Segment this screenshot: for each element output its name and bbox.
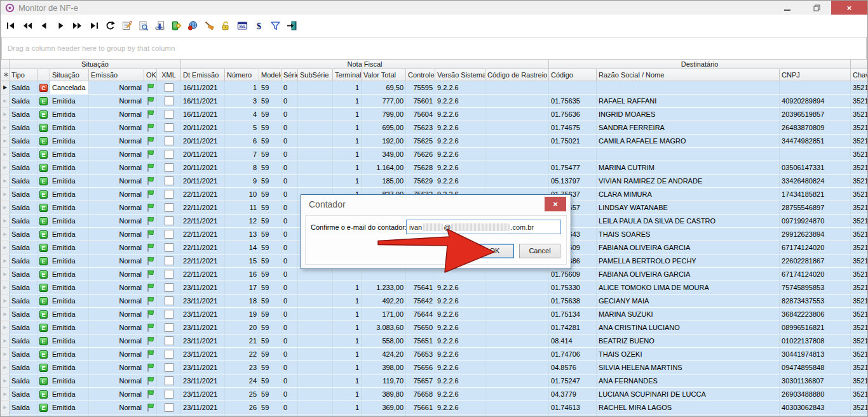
cell-tipo[interactable]: Saída — [10, 81, 37, 95]
cell-versao[interactable]: 9.2.2.6 — [435, 374, 485, 388]
cell-serie[interactable]: 0 — [281, 188, 298, 201]
cell-row-indicator[interactable]: ▶ — [1, 148, 10, 161]
cell-ok[interactable] — [144, 295, 157, 308]
cell-xml[interactable] — [157, 121, 181, 135]
cell-valor[interactable]: 398,00 — [362, 361, 406, 374]
cell-modelo[interactable]: 59 — [259, 295, 281, 308]
cell-emissao[interactable]: Normal — [89, 414, 144, 416]
cell-situacao[interactable]: Emitida — [50, 321, 89, 334]
cell-valor[interactable]: 171,00 — [362, 308, 406, 321]
table-row[interactable]: ▶SaídaEEmitidaNormal20/11/202165901192,0… — [1, 135, 867, 148]
cell-subserie[interactable] — [298, 121, 333, 135]
xml-button[interactable]: XML — [234, 17, 250, 34]
cell-chave[interactable]: 3521 — [851, 215, 867, 228]
cell-razao[interactable]: LEILA PAULA DA SILVA DE CASTRO — [597, 215, 780, 228]
cell-situacao[interactable]: Emitida — [50, 401, 89, 414]
cell-subserie[interactable] — [298, 361, 333, 374]
cell-xml[interactable] — [157, 175, 181, 188]
cell-codigo[interactable]: 01.75636 — [549, 108, 597, 121]
cell-row-indicator[interactable]: ▶ — [1, 201, 10, 215]
cell-row-indicator[interactable]: ▶ — [1, 135, 10, 148]
close-button[interactable]: × — [831, 1, 867, 15]
cell-razao[interactable]: LINDSAY WATANABE — [597, 201, 780, 215]
cell-serie[interactable]: 0 — [281, 401, 298, 414]
cell-emissao[interactable]: Normal — [89, 188, 144, 201]
cell-chave[interactable]: 3521 — [851, 161, 867, 175]
cell-row-indicator[interactable]: ▶ — [1, 121, 10, 135]
cell-status-icon[interactable]: E — [37, 255, 50, 268]
cell-cnpj[interactable] — [780, 148, 851, 161]
cell-terminal[interactable]: 1 — [333, 348, 362, 361]
cell-row-indicator[interactable]: ▶ — [1, 228, 10, 241]
cell-situacao[interactable]: Emitida — [50, 175, 89, 188]
cell-terminal[interactable]: 1 — [333, 281, 362, 295]
cell-valor[interactable]: 492,20 — [362, 295, 406, 308]
cell-rastreio[interactable] — [485, 361, 549, 374]
cell-serie[interactable]: 0 — [281, 348, 298, 361]
cell-ok[interactable] — [144, 228, 157, 241]
cell-valor[interactable]: 69,50 — [362, 81, 406, 95]
cell-razao[interactable]: THAIS OZEKI — [597, 348, 780, 361]
cell-chave[interactable]: 3521 — [851, 334, 867, 348]
cell-situacao[interactable]: Emitida — [50, 148, 89, 161]
cell-cnpj[interactable]: 40920289894 — [780, 95, 851, 108]
cell-xml[interactable] — [157, 361, 181, 374]
cell-rastreio[interactable] — [485, 175, 549, 188]
cell-emissao[interactable]: Normal — [89, 401, 144, 414]
cell-numero[interactable]: 18 — [225, 295, 259, 308]
cell-row-indicator[interactable]: ▶ — [1, 361, 10, 374]
cell-emissao[interactable]: Normal — [89, 374, 144, 388]
xml-checkbox[interactable] — [165, 110, 173, 119]
cell-razao[interactable]: INGRID MOARES — [597, 108, 780, 121]
col-header-razao[interactable]: Razão Social / Nome — [597, 69, 780, 81]
cell-chave[interactable]: 3521 — [851, 401, 867, 414]
cell-ok[interactable] — [144, 281, 157, 295]
cell-rastreio[interactable] — [485, 401, 549, 414]
cell-numero[interactable]: 26 — [225, 401, 259, 414]
cell-status-icon[interactable]: E — [37, 201, 50, 215]
cell-numero[interactable]: 27 — [225, 414, 259, 416]
cell-cnpj[interactable]: 26903488880 — [780, 388, 851, 401]
cell-rastreio[interactable] — [485, 374, 549, 388]
cell-row-indicator[interactable]: ▶ — [1, 215, 10, 228]
cell-subserie[interactable] — [298, 175, 333, 188]
cell-controle[interactable]: 75657 — [406, 374, 435, 388]
cancel-button[interactable]: Cancel — [519, 244, 560, 258]
cell-modelo[interactable]: 59 — [259, 268, 281, 281]
table-row[interactable]: ▶SaídaEEmitidaNormal23/11/2021215901558,… — [1, 334, 867, 348]
cell-modelo[interactable]: 59 — [259, 201, 281, 215]
cell-situacao[interactable]: Emitida — [50, 95, 89, 108]
cell-status-icon[interactable]: E — [37, 334, 50, 348]
cell-numero[interactable]: 13 — [225, 228, 259, 241]
cell-serie[interactable]: 0 — [281, 161, 298, 175]
cell-ok[interactable] — [144, 215, 157, 228]
cell-situacao[interactable]: Emitida — [50, 108, 89, 121]
cell-chave[interactable]: 3521 — [851, 295, 867, 308]
cell-xml[interactable] — [157, 255, 181, 268]
cell-chave[interactable]: 3521 — [851, 228, 867, 241]
cell-subserie[interactable] — [298, 108, 333, 121]
cell-serie[interactable]: 0 — [281, 108, 298, 121]
cell-razao[interactable]: CLARA MIMURA — [597, 188, 780, 201]
col-header-terminal[interactable]: Terminal — [333, 69, 362, 81]
cell-modelo[interactable]: 59 — [259, 135, 281, 148]
cell-dt[interactable]: 16/11/2021 — [181, 108, 225, 121]
cell-ok[interactable] — [144, 334, 157, 348]
cell-ok[interactable] — [144, 135, 157, 148]
cell-xml[interactable] — [157, 308, 181, 321]
cell-modelo[interactable]: 59 — [259, 308, 281, 321]
edit-properties-button[interactable] — [118, 17, 135, 34]
cell-xml[interactable] — [157, 241, 181, 255]
cell-versao[interactable]: 9.2.2.6 — [435, 295, 485, 308]
cell-dt[interactable]: 23/11/2021 — [181, 281, 225, 295]
cell-rastreio[interactable] — [485, 121, 549, 135]
cell-numero[interactable]: 6 — [225, 135, 259, 148]
cell-status-icon[interactable]: C — [37, 81, 50, 95]
print-preview-button[interactable] — [135, 17, 151, 34]
cell-subserie[interactable] — [298, 268, 333, 281]
cell-xml[interactable] — [157, 215, 181, 228]
cell-subserie[interactable] — [298, 414, 333, 416]
cell-ok[interactable] — [144, 401, 157, 414]
cell-controle[interactable]: 75626 — [406, 148, 435, 161]
cell-controle[interactable]: 75650 — [406, 321, 435, 334]
